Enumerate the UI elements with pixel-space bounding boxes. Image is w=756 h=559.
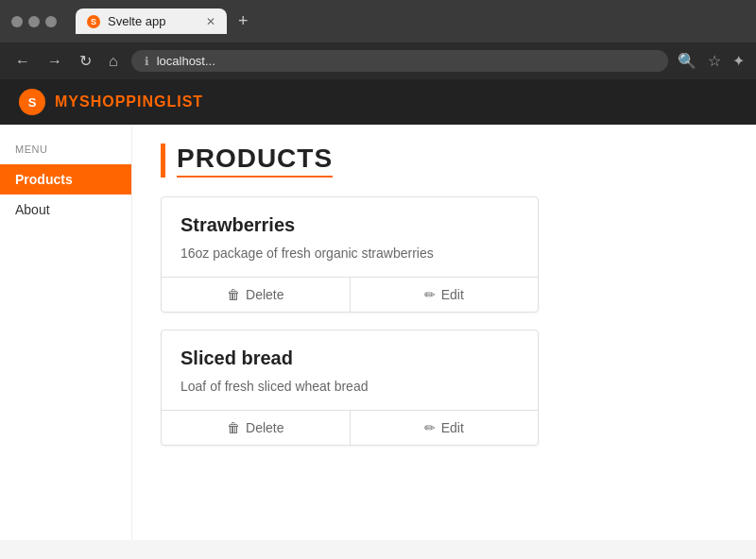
minimize-light[interactable]	[28, 16, 40, 27]
home-button[interactable]: ⌂	[105, 49, 122, 74]
title-suffix: LIST	[166, 93, 203, 110]
product-card-bread: Sliced bread Loaf of fresh sliced wheat …	[161, 330, 539, 446]
tab-close-button[interactable]: ✕	[206, 15, 215, 28]
page-heading: PRODUCTS	[161, 144, 728, 178]
address-bar: ← → ↻ ⌂ ℹ localhost... 🔍 ☆ ✦	[0, 42, 756, 79]
url-text: localhost...	[157, 54, 215, 68]
edit-icon-2: ✏	[424, 420, 436, 435]
new-tab-button[interactable]: +	[231, 8, 256, 35]
forward-button[interactable]: →	[43, 49, 66, 74]
trash-icon-2: 🗑	[227, 420, 240, 435]
product-card-body-2: Sliced bread Loaf of fresh sliced wheat …	[162, 330, 538, 410]
close-light[interactable]	[11, 16, 23, 27]
product-name: Strawberries	[180, 214, 519, 236]
back-button[interactable]: ←	[11, 49, 34, 74]
tab-bar: S Svelte app ✕ +	[64, 8, 267, 35]
product-description-2: Loaf of fresh sliced wheat bread	[180, 377, 519, 397]
app-header: S MYSHOPPINGLIST	[0, 79, 756, 125]
delete-label: Delete	[246, 287, 284, 302]
app-title: MYSHOPPINGLIST	[55, 93, 203, 110]
titlebar: S Svelte app ✕ +	[0, 0, 756, 42]
active-tab[interactable]: S Svelte app ✕	[76, 8, 227, 34]
sidebar-item-products[interactable]: Products	[0, 164, 131, 195]
product-name-2: Sliced bread	[180, 347, 519, 369]
title-prefix: MY	[55, 93, 79, 110]
main-layout: MENU Products About PRODUCTS Strawberrie…	[0, 125, 756, 540]
edit-label: Edit	[441, 287, 464, 302]
sidebar: MENU Products About	[0, 125, 132, 540]
trash-icon: 🗑	[227, 287, 240, 302]
delete-button-strawberries[interactable]: 🗑 Delete	[162, 278, 351, 312]
heading-accent-bar	[161, 144, 165, 178]
product-card-strawberries: Strawberries 16oz package of fresh organ…	[161, 196, 539, 313]
tab-title: Svelte app	[108, 14, 165, 28]
product-actions-2: 🗑 Delete ✏ Edit	[162, 410, 538, 445]
edit-label-2: Edit	[441, 420, 464, 435]
browser-window: S Svelte app ✕ + ← → ↻ ⌂ ℹ localhost... …	[0, 0, 756, 540]
fullscreen-light[interactable]	[45, 16, 57, 27]
edit-button-bread[interactable]: ✏ Edit	[351, 411, 539, 445]
delete-button-bread[interactable]: 🗑 Delete	[162, 411, 351, 445]
menu-label: MENU	[0, 144, 131, 164]
content-area: PRODUCTS Strawberries 16oz package of fr…	[132, 125, 756, 540]
app-logo: S	[19, 89, 45, 115]
page-title: PRODUCTS	[177, 144, 333, 178]
toolbar-icons: 🔍 ☆ ✦	[678, 52, 745, 70]
sidebar-item-about[interactable]: About	[0, 195, 131, 225]
tab-favicon: S	[87, 15, 100, 28]
zoom-icon[interactable]: 🔍	[678, 52, 696, 70]
product-actions: 🗑 Delete ✏ Edit	[162, 277, 538, 312]
edit-icon: ✏	[424, 287, 436, 302]
product-card-body: Strawberries 16oz package of fresh organ…	[162, 197, 538, 277]
reload-button[interactable]: ↻	[76, 48, 95, 74]
traffic-lights	[11, 16, 57, 27]
product-description: 16oz package of fresh organic strawberri…	[180, 244, 519, 263]
star-icon[interactable]: ☆	[708, 52, 721, 70]
edit-button-strawberries[interactable]: ✏ Edit	[351, 278, 539, 312]
delete-label-2: Delete	[246, 420, 284, 435]
collection-icon[interactable]: ✦	[732, 52, 745, 70]
title-highlight: SHOPPING	[79, 93, 166, 110]
url-input-box[interactable]: ℹ localhost...	[131, 50, 668, 72]
info-icon: ℹ	[145, 55, 149, 68]
